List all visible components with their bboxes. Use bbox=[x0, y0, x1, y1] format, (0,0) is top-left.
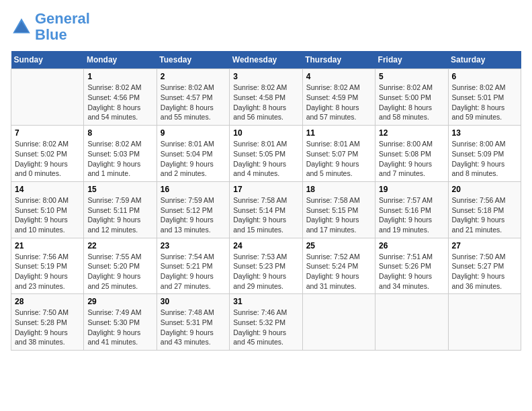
day-number: 19 bbox=[379, 185, 444, 194]
day-info: Sunrise: 7:53 AM Sunset: 5:23 PM Dayligh… bbox=[233, 252, 298, 291]
day-number: 31 bbox=[233, 297, 298, 306]
day-info: Sunrise: 7:48 AM Sunset: 5:31 PM Dayligh… bbox=[161, 308, 226, 347]
calendar-cell: 4Sunrise: 8:02 AM Sunset: 4:59 PM Daylig… bbox=[302, 69, 375, 126]
day-number: 11 bbox=[306, 128, 371, 138]
calendar-cell: 18Sunrise: 7:58 AM Sunset: 5:15 PM Dayli… bbox=[302, 181, 375, 238]
day-info: Sunrise: 7:55 AM Sunset: 5:20 PM Dayligh… bbox=[87, 252, 152, 291]
day-info: Sunrise: 7:54 AM Sunset: 5:21 PM Dayligh… bbox=[161, 252, 226, 291]
calendar-cell bbox=[302, 294, 375, 351]
day-info: Sunrise: 8:01 AM Sunset: 5:07 PM Dayligh… bbox=[306, 139, 371, 179]
day-number: 6 bbox=[452, 72, 517, 81]
header-cell: Wednesday bbox=[230, 51, 302, 69]
day-number: 22 bbox=[87, 241, 152, 250]
day-info: Sunrise: 7:50 AM Sunset: 5:27 PM Dayligh… bbox=[452, 252, 517, 291]
day-info: Sunrise: 8:02 AM Sunset: 4:59 PM Dayligh… bbox=[306, 83, 371, 122]
calendar-cell bbox=[375, 294, 448, 351]
calendar-cell: 1Sunrise: 8:02 AM Sunset: 4:56 PM Daylig… bbox=[84, 69, 157, 126]
calendar-cell: 8Sunrise: 8:02 AM Sunset: 5:03 PM Daylig… bbox=[84, 126, 157, 182]
calendar-cell: 24Sunrise: 7:53 AM Sunset: 5:23 PM Dayli… bbox=[230, 238, 302, 294]
calendar-cell bbox=[11, 69, 84, 126]
day-number: 23 bbox=[161, 241, 226, 250]
calendar-week-row: 28Sunrise: 7:50 AM Sunset: 5:28 PM Dayli… bbox=[11, 294, 521, 351]
calendar-week-row: 21Sunrise: 7:56 AM Sunset: 5:19 PM Dayli… bbox=[11, 238, 521, 294]
day-number: 24 bbox=[233, 241, 298, 250]
calendar-cell: 13Sunrise: 8:00 AM Sunset: 5:09 PM Dayli… bbox=[448, 126, 521, 182]
page-header: General Blue bbox=[11, 11, 521, 43]
calendar-header: SundayMondayTuesdayWednesdayThursdayFrid… bbox=[11, 51, 521, 69]
calendar-table: SundayMondayTuesdayWednesdayThursdayFrid… bbox=[11, 51, 521, 351]
header-cell: Thursday bbox=[302, 51, 375, 69]
logo-icon bbox=[11, 16, 32, 38]
day-info: Sunrise: 7:57 AM Sunset: 5:16 PM Dayligh… bbox=[379, 195, 444, 235]
day-number: 17 bbox=[233, 185, 298, 194]
calendar-cell: 19Sunrise: 7:57 AM Sunset: 5:16 PM Dayli… bbox=[375, 181, 448, 238]
day-number: 4 bbox=[306, 72, 371, 81]
day-info: Sunrise: 8:02 AM Sunset: 5:02 PM Dayligh… bbox=[15, 139, 80, 179]
day-info: Sunrise: 7:58 AM Sunset: 5:14 PM Dayligh… bbox=[233, 195, 298, 235]
day-info: Sunrise: 8:00 AM Sunset: 5:09 PM Dayligh… bbox=[452, 139, 517, 179]
day-info: Sunrise: 7:50 AM Sunset: 5:28 PM Dayligh… bbox=[15, 308, 80, 347]
calendar-cell: 9Sunrise: 8:01 AM Sunset: 5:04 PM Daylig… bbox=[157, 126, 229, 182]
day-number: 8 bbox=[87, 128, 152, 138]
day-number: 21 bbox=[15, 241, 80, 250]
day-number: 12 bbox=[379, 128, 444, 138]
day-number: 5 bbox=[379, 72, 444, 81]
day-info: Sunrise: 7:56 AM Sunset: 5:19 PM Dayligh… bbox=[15, 252, 80, 291]
calendar-cell: 30Sunrise: 7:48 AM Sunset: 5:31 PM Dayli… bbox=[157, 294, 229, 351]
calendar-cell: 22Sunrise: 7:55 AM Sunset: 5:20 PM Dayli… bbox=[84, 238, 157, 294]
day-number: 27 bbox=[452, 241, 517, 250]
day-number: 16 bbox=[161, 185, 226, 194]
header-row: SundayMondayTuesdayWednesdayThursdayFrid… bbox=[11, 51, 521, 69]
calendar-cell: 16Sunrise: 7:59 AM Sunset: 5:12 PM Dayli… bbox=[157, 181, 229, 238]
day-number: 3 bbox=[233, 72, 298, 81]
calendar-cell: 20Sunrise: 7:56 AM Sunset: 5:18 PM Dayli… bbox=[448, 181, 521, 238]
calendar-cell: 2Sunrise: 8:02 AM Sunset: 4:57 PM Daylig… bbox=[157, 69, 229, 126]
day-info: Sunrise: 7:58 AM Sunset: 5:15 PM Dayligh… bbox=[306, 195, 371, 235]
calendar-cell: 23Sunrise: 7:54 AM Sunset: 5:21 PM Dayli… bbox=[157, 238, 229, 294]
calendar-cell: 7Sunrise: 8:02 AM Sunset: 5:02 PM Daylig… bbox=[11, 126, 84, 182]
day-number: 13 bbox=[452, 128, 517, 138]
day-number: 20 bbox=[452, 185, 517, 194]
calendar-cell: 28Sunrise: 7:50 AM Sunset: 5:28 PM Dayli… bbox=[11, 294, 84, 351]
calendar-cell: 3Sunrise: 8:02 AM Sunset: 4:58 PM Daylig… bbox=[230, 69, 302, 126]
day-info: Sunrise: 8:00 AM Sunset: 5:10 PM Dayligh… bbox=[15, 195, 80, 235]
calendar-cell: 5Sunrise: 8:02 AM Sunset: 5:00 PM Daylig… bbox=[375, 69, 448, 126]
calendar-cell: 12Sunrise: 8:00 AM Sunset: 5:08 PM Dayli… bbox=[375, 126, 448, 182]
calendar-cell: 14Sunrise: 8:00 AM Sunset: 5:10 PM Dayli… bbox=[11, 181, 84, 238]
calendar-week-row: 7Sunrise: 8:02 AM Sunset: 5:02 PM Daylig… bbox=[11, 126, 521, 182]
calendar-cell: 27Sunrise: 7:50 AM Sunset: 5:27 PM Dayli… bbox=[448, 238, 521, 294]
day-info: Sunrise: 8:02 AM Sunset: 5:03 PM Dayligh… bbox=[87, 139, 152, 179]
header-cell: Saturday bbox=[448, 51, 521, 69]
day-info: Sunrise: 8:00 AM Sunset: 5:08 PM Dayligh… bbox=[379, 139, 444, 179]
calendar-cell: 11Sunrise: 8:01 AM Sunset: 5:07 PM Dayli… bbox=[302, 126, 375, 182]
day-info: Sunrise: 7:46 AM Sunset: 5:32 PM Dayligh… bbox=[233, 308, 298, 347]
day-number: 30 bbox=[161, 297, 226, 306]
calendar-cell: 15Sunrise: 7:59 AM Sunset: 5:11 PM Dayli… bbox=[84, 181, 157, 238]
calendar-cell: 26Sunrise: 7:51 AM Sunset: 5:26 PM Dayli… bbox=[375, 238, 448, 294]
calendar-cell: 21Sunrise: 7:56 AM Sunset: 5:19 PM Dayli… bbox=[11, 238, 84, 294]
calendar-body: 1Sunrise: 8:02 AM Sunset: 4:56 PM Daylig… bbox=[11, 69, 521, 351]
day-info: Sunrise: 7:49 AM Sunset: 5:30 PM Dayligh… bbox=[87, 308, 152, 347]
day-info: Sunrise: 8:02 AM Sunset: 5:00 PM Dayligh… bbox=[379, 83, 444, 122]
calendar-cell: 6Sunrise: 8:02 AM Sunset: 5:01 PM Daylig… bbox=[448, 69, 521, 126]
calendar-week-row: 1Sunrise: 8:02 AM Sunset: 4:56 PM Daylig… bbox=[11, 69, 521, 126]
calendar-week-row: 14Sunrise: 8:00 AM Sunset: 5:10 PM Dayli… bbox=[11, 181, 521, 238]
day-number: 29 bbox=[87, 297, 152, 306]
header-cell: Friday bbox=[375, 51, 448, 69]
logo-text: General Blue bbox=[35, 11, 90, 43]
day-number: 25 bbox=[306, 241, 371, 250]
day-number: 10 bbox=[233, 128, 298, 138]
calendar-cell: 29Sunrise: 7:49 AM Sunset: 5:30 PM Dayli… bbox=[84, 294, 157, 351]
header-cell: Tuesday bbox=[157, 51, 229, 69]
calendar-cell bbox=[448, 294, 521, 351]
day-number: 9 bbox=[161, 128, 226, 138]
day-info: Sunrise: 8:02 AM Sunset: 4:57 PM Dayligh… bbox=[161, 83, 226, 122]
header-cell: Monday bbox=[84, 51, 157, 69]
day-info: Sunrise: 8:01 AM Sunset: 5:04 PM Dayligh… bbox=[161, 139, 226, 179]
day-info: Sunrise: 7:51 AM Sunset: 5:26 PM Dayligh… bbox=[379, 252, 444, 291]
day-info: Sunrise: 8:01 AM Sunset: 5:05 PM Dayligh… bbox=[233, 139, 298, 179]
day-info: Sunrise: 7:59 AM Sunset: 5:12 PM Dayligh… bbox=[161, 195, 226, 235]
logo: General Blue bbox=[11, 11, 90, 43]
day-info: Sunrise: 8:02 AM Sunset: 4:56 PM Dayligh… bbox=[87, 83, 152, 122]
day-number: 14 bbox=[15, 185, 80, 194]
